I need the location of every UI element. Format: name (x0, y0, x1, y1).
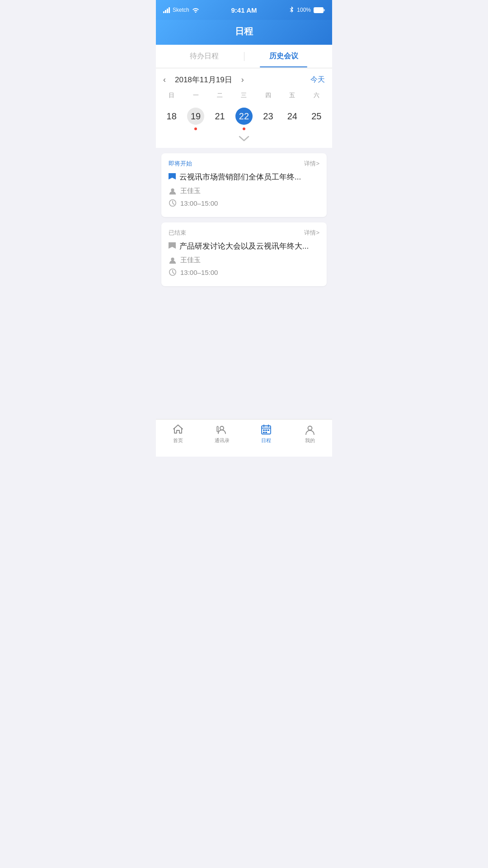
event-1-organizer: 王佳玉 (180, 187, 201, 195)
schedule-icon (260, 424, 272, 435)
nav-item-contacts[interactable]: 通讯录 (200, 420, 244, 448)
event-1-title: 云视讯市场营销部们全体员工年终... (179, 172, 301, 182)
event-1-time-row: 13:00–15:00 (169, 199, 319, 207)
clock-icon-1 (169, 199, 177, 207)
svg-rect-10 (263, 429, 265, 431)
date-18[interactable]: 18 (160, 105, 183, 132)
page-title: 日程 (156, 25, 332, 38)
event-1-time: 13:00–15:00 (180, 199, 218, 207)
date-navigation: ‹ 2018年11月19日 › 今天 (156, 68, 332, 90)
current-date-label: 2018年11月19日 (175, 75, 232, 85)
event-2-status: 已结束 (169, 229, 186, 237)
event-2-flag-icon (169, 242, 176, 251)
today-button[interactable]: 今天 (310, 75, 325, 85)
event-1-organizer-row: 王佳玉 (169, 187, 319, 195)
date-25[interactable]: 25 (305, 105, 328, 132)
battery-percent: 100% (297, 7, 311, 13)
next-month-button[interactable]: › (241, 75, 244, 85)
svg-rect-14 (265, 432, 267, 433)
event-1-status: 即将开始 (169, 160, 192, 168)
profile-icon (304, 424, 316, 435)
date-nav-center: ‹ 2018年11月19日 › (163, 75, 244, 85)
date-23[interactable]: 23 (256, 105, 280, 132)
status-time: 9:41 AM (231, 6, 257, 14)
tab-history[interactable]: 历史会议 (244, 45, 324, 67)
date-21[interactable]: 21 (208, 105, 232, 132)
svg-point-15 (308, 426, 312, 430)
event-1-title-row: 云视讯市场营销部们全体员工年终... (169, 172, 319, 182)
carrier-label: Sketch (173, 7, 189, 13)
nav-label-contacts: 通讯录 (215, 437, 230, 444)
status-left: Sketch (163, 7, 199, 13)
svg-rect-2 (324, 9, 325, 11)
person-icon-2 (169, 256, 177, 264)
weekday-sun: 日 (160, 90, 183, 101)
date-22[interactable]: 22 (232, 105, 256, 132)
weekday-labels: 日 一 二 三 四 五 六 (156, 90, 332, 101)
weekday-thu: 四 (256, 90, 280, 101)
calendar-row: 18 19 21 22 23 24 25 (156, 105, 332, 132)
svg-rect-8 (217, 426, 218, 432)
event-2-time-row: 13:00–15:00 (169, 268, 319, 276)
bottom-nav: 首页 通讯录 日程 我的 (156, 419, 332, 457)
nav-item-schedule[interactable]: 日程 (244, 420, 288, 448)
weekday-mon: 一 (183, 90, 207, 101)
home-icon (172, 424, 184, 435)
svg-rect-12 (267, 429, 269, 431)
calendar-expand-button[interactable] (156, 134, 332, 148)
weekday-tue: 二 (208, 90, 232, 101)
prev-month-button[interactable]: ‹ (163, 75, 166, 85)
nav-item-mine[interactable]: 我的 (288, 420, 333, 448)
event-2-organizer-row: 王佳玉 (169, 256, 319, 264)
nav-item-home[interactable]: 首页 (156, 420, 200, 448)
event-card-2-header: 已结束 详情> (169, 229, 319, 237)
event-1-flag-icon (169, 173, 176, 182)
event-2-title-row: 产品研发讨论大会以及云视讯年终大... (169, 241, 319, 251)
event-list: 即将开始 详情> 云视讯市场营销部们全体员工年终... 王佳玉 13:00–15… (156, 148, 332, 419)
weekday-fri: 五 (280, 90, 304, 101)
header: 日程 (156, 20, 332, 45)
svg-rect-13 (263, 432, 265, 433)
tab-pending[interactable]: 待办日程 (165, 45, 244, 67)
person-icon-1 (169, 187, 177, 195)
event-2-detail-link[interactable]: 详情> (304, 229, 319, 237)
svg-rect-1 (314, 8, 323, 12)
status-right: 100% (289, 6, 325, 14)
event-card-2: 已结束 详情> 产品研发讨论大会以及云视讯年终大... 王佳玉 13:00–15… (161, 222, 327, 286)
main-white-area: 待办日程 历史会议 ‹ 2018年11月19日 › 今天 日 一 二 三 四 五… (156, 45, 332, 148)
svg-point-3 (171, 188, 174, 191)
event-dot-19 (194, 127, 197, 130)
date-19[interactable]: 19 (183, 105, 207, 132)
weekday-wed: 三 (232, 90, 256, 101)
event-card-1: 即将开始 详情> 云视讯市场营销部们全体员工年终... 王佳玉 13:00–15… (161, 153, 327, 217)
svg-point-5 (171, 257, 174, 260)
date-24[interactable]: 24 (280, 105, 304, 132)
tabs-container: 待办日程 历史会议 (156, 45, 332, 68)
event-1-detail-link[interactable]: 详情> (304, 160, 319, 168)
event-card-1-header: 即将开始 详情> (169, 160, 319, 168)
nav-label-home: 首页 (173, 437, 183, 444)
event-2-title: 产品研发讨论大会以及云视讯年终大... (179, 241, 309, 251)
svg-rect-11 (265, 429, 267, 431)
weekday-sat: 六 (305, 90, 328, 101)
clock-icon-2 (169, 268, 177, 276)
signal-icon (163, 7, 170, 13)
status-bar: Sketch 9:41 AM 100% (156, 0, 332, 20)
wifi-icon (192, 7, 199, 13)
svg-point-7 (220, 426, 224, 430)
battery-icon (314, 7, 325, 13)
contacts-icon (216, 424, 228, 435)
event-dot-22 (243, 127, 245, 130)
bluetooth-icon (289, 6, 294, 14)
event-2-organizer: 王佳玉 (180, 256, 201, 264)
nav-label-schedule: 日程 (261, 437, 271, 444)
event-2-time: 13:00–15:00 (180, 269, 218, 276)
nav-label-mine: 我的 (305, 437, 315, 444)
